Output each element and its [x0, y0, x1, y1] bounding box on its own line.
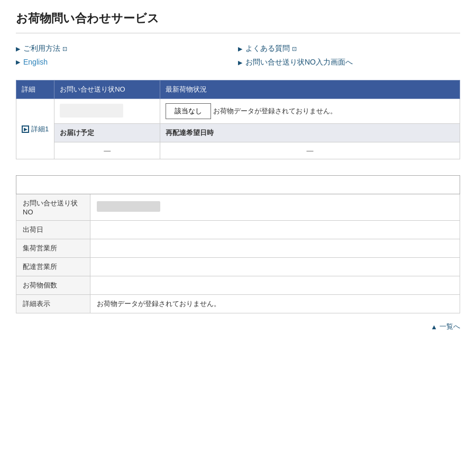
- value-delivery-office: [90, 258, 460, 276]
- english-link[interactable]: ▶ English: [16, 58, 238, 66]
- table-row-main: ▶ 詳細1 該当なし お荷物データが登録されておりません。: [16, 99, 460, 124]
- label-shipping-date: 出荷日: [16, 221, 90, 239]
- back-link[interactable]: ▲ 一覧へ: [431, 322, 460, 331]
- external-icon-1: ⊡: [62, 46, 67, 52]
- detail-link[interactable]: ▶ 詳細1: [22, 124, 49, 134]
- faq-link[interactable]: ▶ よくある質問 ⊡: [238, 44, 460, 53]
- detail-cell: ▶ 詳細1: [16, 99, 54, 159]
- label-item-count: お荷物個数: [16, 276, 90, 295]
- label-pickup-office: 集荷営業所: [16, 239, 90, 258]
- page-title: お荷物問い合わせサービス: [16, 11, 460, 33]
- detail-link-label[interactable]: 詳細1: [31, 124, 49, 134]
- arrow-icon-4: ▶: [238, 59, 242, 66]
- label-tracking-no: お問い合せ送り状NO: [16, 194, 90, 221]
- detail-tracking-number-placeholder: [97, 201, 160, 212]
- tracking-number-placeholder: [60, 104, 123, 118]
- links-section: ▶ ご利用方法 ⊡ ▶ English ▶ よくある質問 ⊡ ▶ お問い合せ送り…: [16, 44, 460, 67]
- how-to-use-label[interactable]: ご利用方法: [23, 44, 60, 53]
- how-to-use-link[interactable]: ▶ ご利用方法 ⊡: [16, 44, 238, 53]
- back-link-icon: ▲: [431, 323, 437, 331]
- detail-link-icon: ▶: [22, 125, 29, 133]
- col-header-detail: 詳細: [16, 80, 54, 99]
- faq-label[interactable]: よくある質問: [245, 44, 290, 53]
- status-button[interactable]: 該当なし: [166, 103, 211, 119]
- input-screen-link[interactable]: ▶ お問い合せ送り状NO入力画面へ: [238, 58, 460, 67]
- tracking-number-cell: [54, 99, 160, 124]
- links-column-left: ▶ ご利用方法 ⊡ ▶ English: [16, 44, 238, 67]
- label-detail-display: 詳細表示: [16, 295, 90, 313]
- external-icon-2: ⊡: [292, 46, 297, 52]
- detail-row-pickup-office: 集荷営業所: [16, 239, 460, 258]
- delivery-schedule-header: お届け予定: [54, 124, 160, 142]
- detail-section-header-row: 詳細1: [16, 176, 460, 194]
- value-shipping-date: [90, 221, 460, 239]
- detail-row-delivery-office: 配達営業所: [16, 258, 460, 276]
- detail-row-tracking-no: お問い合せ送り状NO: [16, 194, 460, 221]
- arrow-icon-3: ▶: [238, 46, 242, 52]
- arrow-icon-1: ▶: [16, 46, 20, 52]
- redelivery-header: 再配達希望日時: [160, 124, 460, 142]
- delivery-schedule-dash: —: [54, 142, 160, 159]
- col-header-tracking-no: お問い合せ送り状NO: [54, 80, 160, 99]
- col-header-status: 最新荷物状況: [160, 80, 460, 99]
- back-link-row: ▲ 一覧へ: [16, 322, 460, 331]
- input-screen-label[interactable]: お問い合せ送り状NO入力画面へ: [245, 58, 353, 67]
- table-row-subheader: お届け予定 再配達希望日時: [16, 124, 460, 142]
- detail-row-detail-display: 詳細表示 お荷物データが登録されておりません。: [16, 295, 460, 313]
- value-pickup-office: [90, 239, 460, 258]
- english-label[interactable]: English: [23, 58, 48, 66]
- label-delivery-office: 配達営業所: [16, 258, 90, 276]
- detail-section-header: 詳細1: [16, 176, 460, 194]
- links-column-right: ▶ よくある質問 ⊡ ▶ お問い合せ送り状NO入力画面へ: [238, 44, 460, 67]
- detail-row-item-count: お荷物個数: [16, 276, 460, 295]
- value-item-count: [90, 276, 460, 295]
- back-link-label[interactable]: 一覧へ: [440, 322, 460, 331]
- table-row-dash: — —: [16, 142, 460, 159]
- value-tracking-no: [90, 194, 460, 221]
- redelivery-dash: —: [160, 142, 460, 159]
- detail-row-shipping-date: 出荷日: [16, 221, 460, 239]
- value-detail-display: お荷物データが登録されておりません。: [90, 295, 460, 313]
- detail-info-table: 詳細1 お問い合せ送り状NO 出荷日 集荷営業所 配達営業所 お荷物個数 詳細表…: [16, 175, 460, 313]
- status-message-text: お荷物データが登録されておりません。: [213, 107, 337, 115]
- arrow-icon-2: ▶: [16, 59, 20, 66]
- tracking-table: 詳細 お問い合せ送り状NO 最新荷物状況 ▶ 詳細1 該当なし お荷物データが登…: [16, 80, 460, 159]
- status-cell: 該当なし お荷物データが登録されておりません。: [160, 99, 460, 124]
